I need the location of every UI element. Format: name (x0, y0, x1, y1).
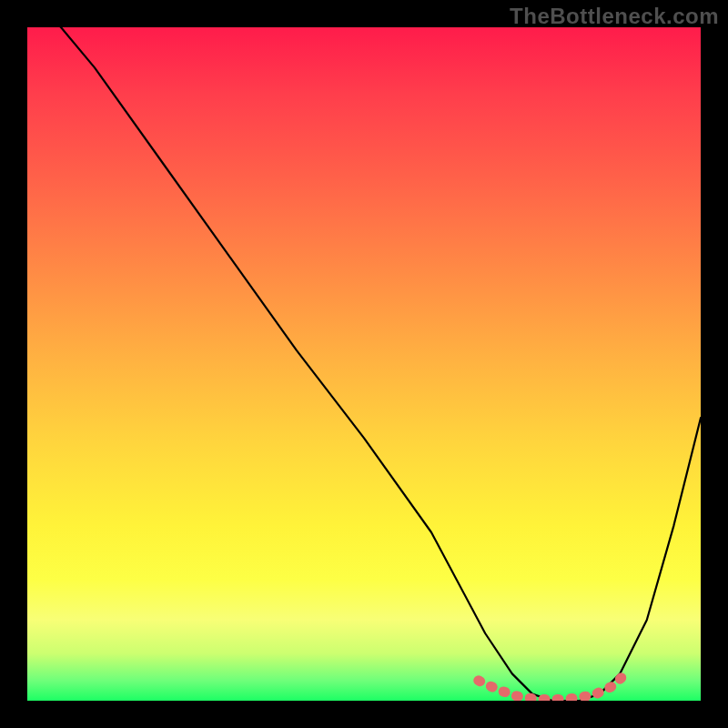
main-curve (27, 27, 701, 701)
plot-area (27, 27, 701, 701)
chart-frame: TheBottleneck.com (0, 0, 728, 728)
watermark-text: TheBottleneck.com (510, 4, 719, 29)
highlight-curve (479, 672, 627, 700)
chart-svg (27, 27, 701, 701)
